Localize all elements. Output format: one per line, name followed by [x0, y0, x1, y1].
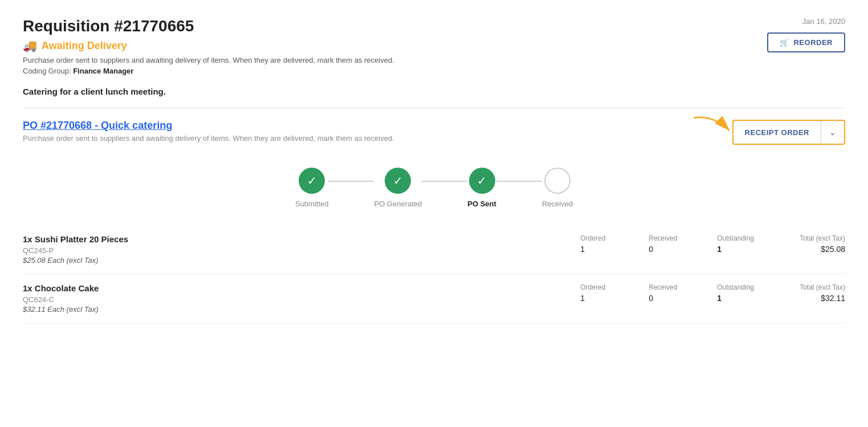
item-price-2: $32.11 Each (excl Tax) [23, 305, 580, 314]
item-name-1: 1x Sushi Platter 20 Pieces [23, 234, 580, 244]
received-label-2: Received [649, 283, 677, 291]
requisition-note: Catering for a client lunch meeting. [23, 87, 845, 96]
step-po-sent: ✓ PO Sent [467, 168, 496, 208]
item-outstanding-1: Outstanding 1 [717, 234, 754, 254]
receipt-order-chevron-button[interactable]: ⌄ [821, 122, 844, 143]
cart-icon: 🛒 [780, 38, 789, 47]
step-po-generated-circle: ✓ [385, 168, 411, 194]
po-header-row: PO #21770668 - Quick catering Purchase o… [23, 120, 845, 145]
reorder-label: REORDER [793, 38, 833, 47]
connector-2 [422, 181, 467, 182]
step-received-label: Received [542, 200, 573, 208]
step-po-generated-label: PO Generated [374, 200, 422, 208]
received-value-1: 0 [649, 245, 653, 254]
ordered-value-2: 1 [580, 294, 585, 303]
ordered-label-1: Ordered [580, 234, 605, 242]
received-value-2: 0 [649, 294, 653, 303]
total-label-1: Total (excl Tax) [800, 234, 845, 242]
received-label-1: Received [649, 234, 677, 242]
item-right-2: Ordered 1 Received 0 Outstanding 1 Total… [580, 283, 845, 303]
status-text: Awaiting Delivery [42, 40, 127, 52]
coding-group: Coding Group: Finance Manager [23, 67, 394, 75]
page-header: Requisition #21770665 🚚 Awaiting Deliver… [23, 17, 845, 75]
item-received-1: Received 0 [649, 234, 683, 254]
step-submitted-circle: ✓ [299, 168, 325, 194]
arrow-indicator [688, 111, 740, 140]
outstanding-label-1: Outstanding [717, 234, 754, 242]
outstanding-label-2: Outstanding [717, 283, 754, 291]
section-divider [23, 108, 845, 108]
status-description: Purchase order sent to suppliers and awa… [23, 56, 394, 64]
total-value-2: $32.11 [821, 294, 845, 303]
reorder-button[interactable]: 🛒 REORDER [767, 32, 845, 52]
step-received-circle [544, 168, 570, 194]
connector-3 [496, 181, 542, 182]
receipt-order-container: RECEIPT ORDER ⌄ [732, 120, 845, 145]
outstanding-value-2: 1 [717, 294, 722, 303]
item-received-2: Received 0 [649, 283, 683, 303]
item-left-2: 1x Chocolate Cake QC624-C $32.11 Each (e… [23, 283, 580, 314]
item-total-2: Total (excl Tax) $32.11 [788, 283, 845, 303]
item-code-1: QC245-P [23, 246, 580, 255]
item-right-1: Ordered 1 Received 0 Outstanding 1 Total… [580, 234, 845, 254]
ordered-label-2: Ordered [580, 283, 605, 291]
header-left: Requisition #21770665 🚚 Awaiting Deliver… [23, 17, 394, 75]
item-name-2: 1x Chocolate Cake [23, 283, 580, 293]
status-row: 🚚 Awaiting Delivery [23, 39, 394, 52]
truck-icon: 🚚 [23, 39, 37, 52]
item-row: 1x Sushi Platter 20 Pieces QC245-P $25.0… [23, 225, 845, 274]
step-po-sent-label: PO Sent [467, 200, 496, 208]
po-info: PO #21770668 - Quick catering Purchase o… [23, 120, 394, 143]
po-link[interactable]: PO #21770668 - Quick catering [23, 120, 172, 131]
item-ordered-2: Ordered 1 [580, 283, 614, 303]
item-left-1: 1x Sushi Platter 20 Pieces QC245-P $25.0… [23, 234, 580, 265]
item-ordered-1: Ordered 1 [580, 234, 614, 254]
item-outstanding-2: Outstanding 1 [717, 283, 754, 303]
outstanding-value-1: 1 [717, 245, 722, 254]
date-label: Jan 16, 2020 [802, 17, 845, 26]
step-po-sent-circle: ✓ [469, 168, 495, 194]
page-container: Requisition #21770665 🚚 Awaiting Deliver… [0, 0, 868, 340]
header-right: Jan 16, 2020 🛒 REORDER [767, 17, 845, 52]
item-code-2: QC624-C [23, 295, 580, 304]
ordered-value-1: 1 [580, 245, 585, 254]
receipt-order-button-group[interactable]: RECEIPT ORDER ⌄ [732, 120, 845, 145]
step-submitted: ✓ Submitted [295, 168, 329, 208]
items-section: 1x Sushi Platter 20 Pieces QC245-P $25.0… [23, 225, 845, 323]
step-submitted-label: Submitted [295, 200, 329, 208]
total-label-2: Total (excl Tax) [800, 283, 845, 291]
item-total-1: Total (excl Tax) $25.08 [788, 234, 845, 254]
item-price-1: $25.08 Each (excl Tax) [23, 256, 580, 265]
page-title: Requisition #21770665 [23, 17, 394, 35]
coding-group-value: Finance Manager [73, 67, 133, 75]
step-received: Received [542, 168, 573, 208]
connector-1 [328, 181, 374, 182]
receipt-order-main-button[interactable]: RECEIPT ORDER [733, 123, 821, 143]
po-description: Purchase order sent to suppliers and awa… [23, 134, 394, 143]
item-row: 1x Chocolate Cake QC624-C $32.11 Each (e… [23, 274, 845, 323]
step-po-generated: ✓ PO Generated [374, 168, 422, 208]
po-section: PO #21770668 - Quick catering Purchase o… [23, 120, 845, 323]
progress-steps: ✓ Submitted ✓ PO Generated ✓ PO Sent Rec… [23, 168, 845, 208]
total-value-1: $25.08 [821, 245, 845, 254]
